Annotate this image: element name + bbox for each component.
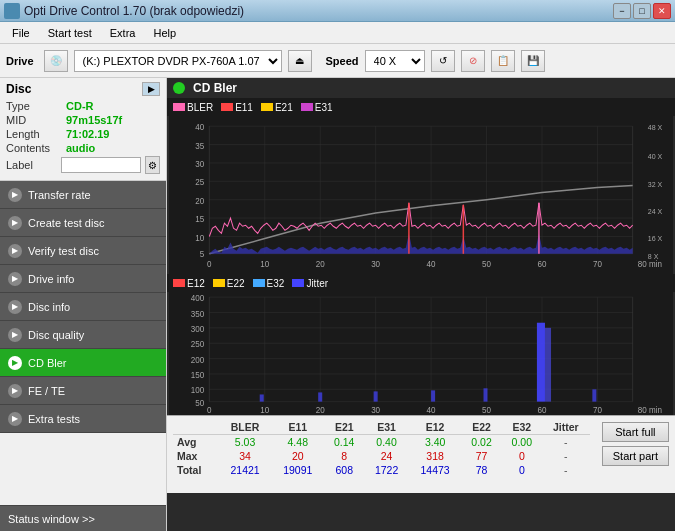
total-e31: 1722 xyxy=(364,463,408,477)
sidebar-item-extra-tests[interactable]: ▶ Extra tests xyxy=(0,405,166,433)
verify-test-disc-icon: ▶ xyxy=(8,244,22,258)
disc-mid-row: MID 97m15s17f xyxy=(6,114,160,126)
avg-e32: 0.00 xyxy=(502,435,542,450)
minimize-button[interactable]: − xyxy=(613,3,631,19)
legend-e11: E11 xyxy=(221,102,253,113)
disc-contents-label: Contents xyxy=(6,142,66,154)
svg-text:80 min: 80 min xyxy=(638,260,662,269)
max-e32: 0 xyxy=(502,449,542,463)
label-settings-button[interactable]: ⚙ xyxy=(145,156,160,174)
svg-text:50: 50 xyxy=(195,399,204,408)
erase-button[interactable]: ⊘ xyxy=(461,50,485,72)
sidebar-item-label: FE / TE xyxy=(28,385,65,397)
sidebar-item-label: Verify test disc xyxy=(28,245,99,257)
svg-text:350: 350 xyxy=(191,310,205,319)
disc-title: Disc xyxy=(6,82,31,96)
svg-text:40: 40 xyxy=(427,406,436,415)
start-part-button[interactable]: Start part xyxy=(602,446,669,466)
label-input[interactable] xyxy=(61,157,141,173)
copy-button[interactable]: 📋 xyxy=(491,50,515,72)
col-empty xyxy=(173,420,219,435)
e22-color xyxy=(213,279,225,287)
title-bar-controls[interactable]: − □ ✕ xyxy=(613,3,671,19)
max-e22: 77 xyxy=(461,449,501,463)
disc-type-value: CD-R xyxy=(66,100,94,112)
menu-start-test[interactable]: Start test xyxy=(40,25,100,41)
legend-jitter: Jitter xyxy=(292,278,328,289)
sidebar-item-cd-bler[interactable]: ▶ CD Bler xyxy=(0,349,166,377)
svg-text:60: 60 xyxy=(537,260,546,269)
max-jitter: - xyxy=(542,449,590,463)
speed-select[interactable]: 40 X xyxy=(365,50,425,72)
total-jitter: - xyxy=(542,463,590,477)
stats-table: BLER E11 E21 E31 E12 E22 E32 Jitter Avg xyxy=(173,420,590,477)
sidebar-item-drive-info[interactable]: ▶ Drive info xyxy=(0,265,166,293)
col-e22: E22 xyxy=(461,420,501,435)
total-e21: 608 xyxy=(324,463,364,477)
sidebar-item-create-test-disc[interactable]: ▶ Create test disc xyxy=(0,209,166,237)
svg-text:300: 300 xyxy=(191,325,205,334)
avg-jitter: - xyxy=(542,435,590,450)
jitter-label: Jitter xyxy=(306,278,328,289)
svg-text:40: 40 xyxy=(195,123,204,132)
total-e32: 0 xyxy=(502,463,542,477)
eject-button[interactable]: ⏏ xyxy=(288,50,312,72)
avg-e12: 3.40 xyxy=(409,435,462,450)
drive-select[interactable]: (K:) PLEXTOR DVDR PX-760A 1.07 xyxy=(74,50,282,72)
row-max-label: Max xyxy=(173,449,219,463)
status-window-button[interactable]: Status window >> xyxy=(0,505,166,531)
svg-text:24 X: 24 X xyxy=(648,208,663,216)
sidebar-menu: ▶ Transfer rate ▶ Create test disc ▶ Ver… xyxy=(0,181,166,505)
legend-e32: E32 xyxy=(253,278,285,289)
menu-file[interactable]: File xyxy=(4,25,38,41)
sidebar-item-transfer-rate[interactable]: ▶ Transfer rate xyxy=(0,181,166,209)
disc-arrow-button[interactable]: ▶ xyxy=(142,82,160,96)
disc-contents-value: audio xyxy=(66,142,95,154)
create-test-disc-icon: ▶ xyxy=(8,216,22,230)
svg-rect-83 xyxy=(318,393,322,402)
sidebar-item-label: CD Bler xyxy=(28,357,67,369)
sidebar-item-disc-quality[interactable]: ▶ Disc quality xyxy=(0,321,166,349)
svg-text:35: 35 xyxy=(195,142,204,151)
sidebar-item-disc-info[interactable]: ▶ Disc info xyxy=(0,293,166,321)
save-button[interactable]: 💾 xyxy=(521,50,545,72)
e11-color xyxy=(221,103,233,111)
svg-text:20: 20 xyxy=(316,406,325,415)
menu-extra[interactable]: Extra xyxy=(102,25,144,41)
total-e12: 14473 xyxy=(409,463,462,477)
legend-e21: E21 xyxy=(261,102,293,113)
main-layout: Disc ▶ Type CD-R MID 97m15s17f Length 71… xyxy=(0,78,675,531)
svg-rect-87 xyxy=(592,390,596,402)
menu-bar: File Start test Extra Help xyxy=(0,22,675,44)
legend-e12: E12 xyxy=(173,278,205,289)
svg-text:5: 5 xyxy=(200,250,205,259)
menu-help[interactable]: Help xyxy=(145,25,184,41)
avg-e22: 0.02 xyxy=(461,435,501,450)
svg-text:10: 10 xyxy=(195,234,204,243)
col-e12: E12 xyxy=(409,420,462,435)
drive-info-icon: ▶ xyxy=(8,272,22,286)
svg-rect-85 xyxy=(431,391,435,402)
total-bler: 21421 xyxy=(219,463,272,477)
window-title: Opti Drive Control 1.70 (brak odpowiedzi… xyxy=(24,4,244,18)
sidebar-item-label: Create test disc xyxy=(28,217,104,229)
sidebar-item-fe-te[interactable]: ▶ FE / TE xyxy=(0,377,166,405)
sidebar-item-verify-test-disc[interactable]: ▶ Verify test disc xyxy=(0,237,166,265)
svg-text:8 X: 8 X xyxy=(648,253,659,261)
col-e21: E21 xyxy=(324,420,364,435)
maximize-button[interactable]: □ xyxy=(633,3,651,19)
refresh-button[interactable]: ↺ xyxy=(431,50,455,72)
close-button[interactable]: ✕ xyxy=(653,3,671,19)
table-row: Avg 5.03 4.48 0.14 0.40 3.40 0.02 0.00 - xyxy=(173,435,590,450)
disc-mid-value: 97m15s17f xyxy=(66,114,122,126)
sidebar-item-label: Disc quality xyxy=(28,329,84,341)
avg-e31: 0.40 xyxy=(364,435,408,450)
svg-text:70: 70 xyxy=(593,260,602,269)
svg-text:10: 10 xyxy=(260,406,269,415)
start-buttons: Start full Start part xyxy=(596,416,675,472)
total-e11: 19091 xyxy=(271,463,324,477)
disc-length-row: Length 71:02.19 xyxy=(6,128,160,140)
e21-label: E21 xyxy=(275,102,293,113)
app-icon xyxy=(4,3,20,19)
start-full-button[interactable]: Start full xyxy=(602,422,669,442)
